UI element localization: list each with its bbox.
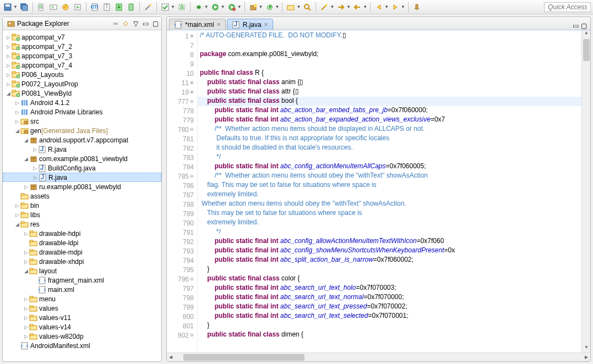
- dropdown-icon[interactable]: ▼: [221, 4, 225, 9]
- tree-twisty-icon[interactable]: ▷: [5, 63, 12, 68]
- scroll-left-icon[interactable]: ◀: [167, 355, 175, 360]
- tree-item[interactable]: ▷values-v11: [3, 313, 161, 322]
- tree-twisty-icon[interactable]: ▷: [23, 250, 29, 255]
- debug-button[interactable]: [193, 2, 204, 13]
- lint-button[interactable]: ✓: [60, 2, 71, 13]
- minimize-button[interactable]: ▭: [142, 20, 149, 27]
- fold-icon[interactable]: ⊕: [190, 90, 194, 95]
- save-all-button[interactable]: [19, 2, 30, 13]
- horizontal-scrollbar[interactable]: ◀ ▶: [167, 352, 590, 361]
- prev-annotation-button[interactable]: [352, 2, 363, 13]
- tree-twisty-icon[interactable]: ▷: [23, 184, 29, 190]
- close-icon[interactable]: ✕: [264, 21, 268, 27]
- tree-twisty-icon[interactable]: ◢: [5, 91, 12, 96]
- tree-item[interactable]: ◢com.example.p0081_viewbyld: [3, 154, 161, 163]
- tree-item[interactable]: ▷ru.example.p0081_viewbyld: [3, 182, 161, 191]
- tree-twisty-icon[interactable]: ▷: [23, 334, 29, 339]
- scroll-down-icon[interactable]: ▼: [582, 345, 590, 352]
- tree-item[interactable]: assets: [3, 191, 161, 201]
- quick-access-input[interactable]: [544, 2, 591, 12]
- tree-item[interactable]: ▷values-v14: [3, 322, 161, 332]
- dropdown-icon[interactable]: ▼: [363, 4, 367, 9]
- minimize-editor-button[interactable]: ▭: [573, 22, 579, 30]
- dropdown-icon[interactable]: ▼: [330, 4, 334, 9]
- fold-icon[interactable]: ⊖: [190, 277, 194, 282]
- tree-item[interactable]: ▷JBuildConfig.java: [3, 163, 161, 173]
- collapse-all-button[interactable]: [112, 20, 119, 27]
- tree-twisty-icon[interactable]: ▷: [23, 306, 29, 311]
- tree-twisty-icon[interactable]: ▷: [32, 175, 39, 180]
- dropdown-icon[interactable]: ▼: [259, 4, 263, 9]
- view-menu-button[interactable]: ▽: [132, 20, 139, 27]
- tree-twisty-icon[interactable]: ◢: [14, 222, 20, 227]
- tree-item[interactable]: ▷values: [3, 304, 161, 313]
- tree-twisty-icon[interactable]: ▷: [23, 315, 29, 321]
- tree-item[interactable]: ◢gen [Generated Java Files]: [3, 126, 161, 135]
- run-button[interactable]: [210, 2, 221, 13]
- tree-twisty-icon[interactable]: ▷: [5, 35, 12, 40]
- tree-item[interactable]: ▷P0072_LayoutProp: [3, 79, 161, 89]
- dropdown-icon[interactable]: ▼: [237, 4, 242, 9]
- new-test-button[interactable]: T: [101, 2, 112, 13]
- fold-icon[interactable]: ⊕: [190, 34, 194, 38]
- wand-button[interactable]: [143, 2, 154, 13]
- fold-icon[interactable]: ⊖: [190, 333, 194, 338]
- tree-twisty-icon[interactable]: ▷: [14, 100, 20, 106]
- package-tree[interactable]: ▷appcompat_v7▷appcompat_v7_2▷appcompat_v…: [3, 30, 161, 361]
- tree-item[interactable]: ▷bin: [3, 201, 161, 210]
- link-editor-button[interactable]: [122, 20, 129, 27]
- tree-item[interactable]: fragment_main.xml: [3, 275, 161, 285]
- tree-item[interactable]: ▷appcompat_v7_2: [3, 42, 161, 51]
- dropdown-icon[interactable]: ▼: [346, 4, 351, 9]
- scroll-thumb[interactable]: [583, 39, 590, 61]
- tree-twisty-icon[interactable]: ▷: [23, 324, 29, 330]
- tree-twisty-icon[interactable]: ▷: [14, 109, 20, 115]
- new-xml-button[interactable]: xml: [89, 2, 100, 13]
- toggle-mark-button[interactable]: [319, 2, 330, 13]
- close-icon[interactable]: ✕: [216, 21, 221, 27]
- tree-item[interactable]: ▷P006_Layouts: [3, 70, 161, 79]
- tree-item[interactable]: ▷values-w820dp: [3, 332, 161, 341]
- tree-item[interactable]: ◢layout: [3, 266, 161, 275]
- tree-item[interactable]: ▷JR.java: [3, 145, 161, 154]
- maximize-editor-button[interactable]: ▢: [581, 22, 587, 30]
- tree-twisty-icon[interactable]: ▷: [23, 296, 29, 302]
- tree-item[interactable]: ▷appcompat_v7: [3, 32, 161, 42]
- tree-item[interactable]: ◢res: [3, 219, 161, 229]
- tree-item[interactable]: ▷menu: [3, 294, 161, 304]
- vertical-scrollbar[interactable]: ▲ ▼: [581, 30, 590, 352]
- tree-item[interactable]: ▷Android Private Libraries: [3, 107, 161, 117]
- scroll-right-icon[interactable]: ▶: [583, 355, 590, 360]
- editor-tab[interactable]: *main.xml✕: [169, 19, 226, 30]
- save-button[interactable]: [2, 2, 13, 13]
- fold-icon[interactable]: ⊖: [190, 174, 194, 179]
- maximize-button[interactable]: ▢: [151, 20, 159, 27]
- tree-twisty-icon[interactable]: ▷: [14, 119, 20, 124]
- tree-item[interactable]: ▷libs: [3, 210, 161, 219]
- scroll-up-icon[interactable]: ▲: [582, 30, 590, 38]
- tree-twisty-icon[interactable]: ▷: [14, 203, 20, 208]
- tree-twisty-icon[interactable]: ▷: [5, 44, 12, 49]
- tree-twisty-icon[interactable]: ▷: [31, 166, 38, 171]
- tree-item[interactable]: ▷appcompat_v7_3: [3, 51, 161, 60]
- tree-item[interactable]: ▷drawable-mdpi: [3, 247, 161, 257]
- new-android-button[interactable]: [72, 2, 83, 13]
- tree-item[interactable]: main.xml: [3, 285, 161, 294]
- tree-twisty-icon[interactable]: ▷: [23, 231, 29, 236]
- device-button[interactable]: [126, 2, 137, 13]
- tree-twisty-icon[interactable]: ▷: [5, 72, 12, 78]
- tree-twisty-icon[interactable]: ◢: [23, 137, 29, 143]
- tree-item[interactable]: ◢android.support.v7.appcompat: [3, 135, 161, 145]
- dropdown-icon[interactable]: ▼: [296, 4, 301, 9]
- tree-twisty-icon[interactable]: ▷: [31, 147, 38, 152]
- dropdown-icon[interactable]: ▼: [204, 4, 209, 9]
- tree-twisty-icon[interactable]: ◢: [23, 268, 29, 274]
- avd-manager-button[interactable]: [36, 2, 47, 13]
- sdk-manager-button[interactable]: [48, 2, 59, 13]
- run-last-button[interactable]: [226, 2, 237, 13]
- editor-tab[interactable]: JR.java✕: [227, 19, 273, 30]
- new-package-button[interactable]: [248, 2, 259, 13]
- back-button[interactable]: [373, 2, 384, 13]
- fold-icon[interactable]: ⊖: [190, 127, 194, 132]
- dropdown-icon[interactable]: ▼: [171, 4, 175, 9]
